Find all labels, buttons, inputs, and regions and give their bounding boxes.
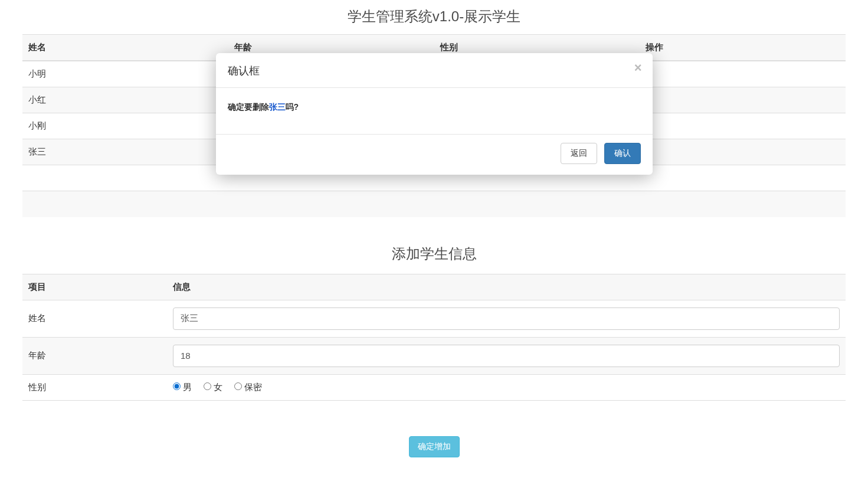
form-label-age: 年龄 — [22, 337, 167, 374]
col-header-name: 姓名 — [22, 35, 228, 61]
gender-secret-text: 保密 — [244, 382, 262, 392]
form-label-gender: 性别 — [22, 374, 167, 400]
confirm-text-prefix: 确定要删除 — [228, 102, 269, 112]
age-input[interactable] — [173, 345, 840, 367]
cell-name: 小红 — [22, 87, 228, 113]
modal-title: 确认框 — [228, 65, 260, 77]
cell-name: 小刚 — [22, 113, 228, 139]
col-header-action: 操作 — [640, 35, 846, 61]
confirm-button[interactable]: 确认 — [604, 143, 641, 164]
form-header-info: 信息 — [167, 274, 846, 300]
cell-action — [640, 113, 846, 139]
close-icon[interactable]: × — [634, 61, 642, 74]
gender-option-secret-label[interactable]: 保密 — [234, 382, 262, 392]
add-student-form: 项目 信息 姓名 年龄 性别 男 女 — [22, 274, 846, 401]
gender-radio-group: 男 女 保密 — [167, 374, 846, 400]
gender-option-male-label[interactable]: 男 — [173, 382, 192, 392]
table-row — [22, 191, 846, 217]
empty-cell — [22, 191, 846, 217]
modal-body: 确定要删除张三吗? — [216, 88, 653, 134]
cell-action — [640, 61, 846, 87]
confirm-target-name: 张三 — [269, 102, 286, 112]
gender-female-text: 女 — [214, 382, 222, 392]
form-title: 添加学生信息 — [22, 229, 846, 274]
gender-option-female-label[interactable]: 女 — [204, 382, 222, 392]
gender-radio-female[interactable] — [204, 382, 211, 390]
gender-radio-male[interactable] — [173, 382, 181, 390]
gender-radio-secret[interactable] — [234, 382, 242, 390]
cell-name: 小明 — [22, 61, 228, 87]
submit-add-button[interactable]: 确定增加 — [409, 436, 460, 457]
confirm-modal: 确认框 × 确定要删除张三吗? 返回 确认 — [216, 53, 653, 175]
page-title: 学生管理系统v1.0-展示学生 — [0, 0, 868, 34]
gender-male-text: 男 — [183, 382, 192, 392]
form-label-name: 姓名 — [22, 300, 167, 337]
form-header-item: 项目 — [22, 274, 167, 300]
modal-footer: 返回 确认 — [216, 134, 653, 175]
cell-name: 张三 — [22, 139, 228, 165]
cell-action — [640, 87, 846, 113]
cell-action — [640, 139, 846, 165]
confirm-text-suffix: 吗? — [286, 102, 299, 112]
name-input[interactable] — [173, 307, 840, 330]
back-button[interactable]: 返回 — [561, 143, 597, 164]
modal-header: 确认框 × — [216, 53, 653, 88]
